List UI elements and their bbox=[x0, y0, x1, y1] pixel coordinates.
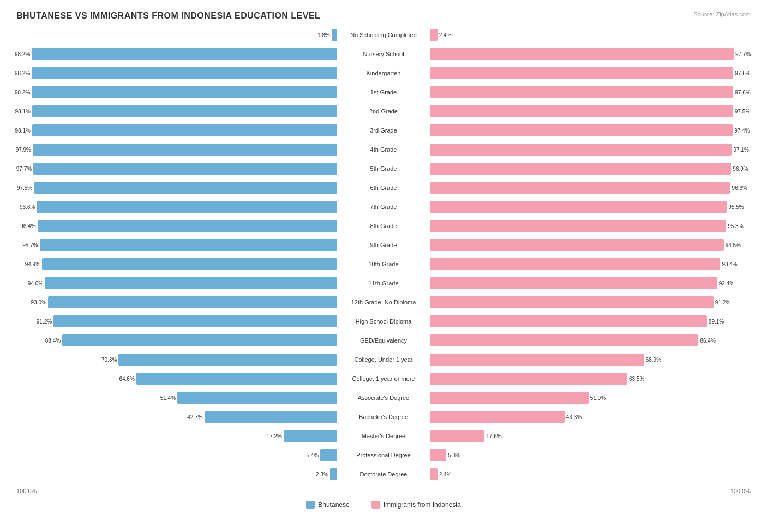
label-13: 11th Grade bbox=[337, 280, 430, 286]
bar-left-17: 70.3% bbox=[118, 354, 337, 366]
bar-right-20: 43.3% bbox=[430, 411, 565, 423]
right-section: 92.4% bbox=[430, 276, 751, 291]
val-left-19: 51.4% bbox=[160, 395, 176, 401]
left-section: 51.4% bbox=[16, 390, 337, 405]
legend-indonesia: Immigrants from Indonesia bbox=[371, 501, 461, 509]
val-left-9: 96.6% bbox=[20, 204, 35, 210]
table-row: 98.1% 3rd Grade 97.4% bbox=[16, 122, 751, 139]
val-left-10: 96.4% bbox=[20, 223, 35, 229]
bar-right-0: 2.4% bbox=[430, 29, 438, 41]
val-left-3: 98.2% bbox=[15, 89, 30, 95]
right-section: 2.4% bbox=[430, 27, 751, 43]
label-21: Master's Degree bbox=[337, 433, 430, 439]
right-section: 63.5% bbox=[430, 371, 751, 386]
left-section: 91.2% bbox=[16, 314, 337, 329]
val-left-14: 93.0% bbox=[31, 300, 46, 306]
val-left-20: 42.7% bbox=[187, 414, 202, 420]
table-row: 70.3% College, Under 1 year 68.9% bbox=[16, 351, 751, 368]
val-left-22: 5.4% bbox=[306, 452, 319, 458]
bar-left-13: 94.0% bbox=[45, 277, 337, 289]
bar-left-15: 91.2% bbox=[53, 315, 337, 327]
bar-right-1: 97.7% bbox=[430, 48, 734, 60]
legend-label-bhutanese: Bhutanese bbox=[318, 501, 349, 509]
left-section: 96.4% bbox=[16, 218, 337, 234]
label-8: 6th Grade bbox=[337, 184, 430, 191]
chart-area: 1.8% No Schooling Completed 2.4% 98.2% N… bbox=[16, 26, 751, 509]
bar-right-12: 93.4% bbox=[430, 258, 720, 270]
table-row: 42.7% Bachelor's Degree 43.3% bbox=[16, 408, 751, 426]
bar-left-1: 98.2% bbox=[32, 48, 337, 60]
label-2: Kindergarten bbox=[337, 70, 430, 76]
table-row: 96.6% 7th Grade 95.5% bbox=[16, 198, 751, 216]
bar-left-20: 42.7% bbox=[205, 411, 337, 423]
val-left-12: 94.9% bbox=[25, 261, 40, 267]
left-section: 88.4% bbox=[16, 333, 337, 348]
label-20: Bachelor's Degree bbox=[337, 414, 430, 420]
left-section: 98.2% bbox=[16, 46, 337, 62]
chart-title: BHUTANESE VS IMMIGRANTS FROM INDONESIA E… bbox=[16, 11, 751, 21]
right-section: 93.4% bbox=[430, 256, 751, 272]
val-right-8: 96.6% bbox=[732, 185, 747, 191]
bar-right-19: 51.0% bbox=[430, 392, 589, 404]
label-1: Nursery School bbox=[337, 51, 430, 57]
val-left-11: 95.7% bbox=[22, 242, 38, 248]
val-right-1: 97.7% bbox=[735, 51, 751, 57]
legend-box-bhutanese bbox=[306, 501, 315, 509]
left-section: 42.7% bbox=[16, 409, 337, 425]
table-row: 5.4% Professional Degree 5.3% bbox=[16, 446, 751, 464]
val-left-6: 97.9% bbox=[16, 147, 31, 153]
table-row: 2.3% Doctorate Degree 2.4% bbox=[16, 465, 751, 483]
bar-right-9: 95.5% bbox=[430, 201, 727, 213]
bar-left-0: 1.8% bbox=[332, 29, 337, 41]
val-left-7: 97.7% bbox=[16, 166, 32, 172]
label-7: 5th Grade bbox=[337, 165, 430, 172]
bar-right-18: 63.5% bbox=[430, 373, 627, 385]
label-10: 8th Grade bbox=[337, 223, 430, 229]
val-right-14: 91.2% bbox=[715, 300, 730, 306]
bar-right-23: 2.4% bbox=[430, 468, 438, 480]
bar-left-9: 96.6% bbox=[37, 201, 337, 213]
legend: Bhutanese Immigrants from Indonesia bbox=[16, 501, 751, 509]
bar-left-16: 88.4% bbox=[62, 334, 337, 346]
val-left-15: 91.2% bbox=[37, 319, 52, 325]
left-section: 98.1% bbox=[16, 104, 337, 119]
val-right-6: 97.1% bbox=[733, 147, 748, 153]
val-left-4: 98.1% bbox=[15, 109, 30, 115]
val-left-16: 88.4% bbox=[45, 338, 61, 344]
val-right-12: 93.4% bbox=[722, 261, 737, 267]
bar-right-2: 97.6% bbox=[430, 67, 733, 79]
left-section: 95.7% bbox=[16, 237, 337, 253]
label-12: 10th Grade bbox=[337, 261, 430, 267]
bar-left-19: 51.4% bbox=[177, 392, 337, 404]
bar-left-6: 97.9% bbox=[33, 144, 337, 156]
bar-right-13: 92.4% bbox=[430, 277, 717, 289]
table-row: 88.4% GED/Equivalency 86.4% bbox=[16, 332, 751, 349]
table-row: 93.0% 12th Grade, No Diploma 91.2% bbox=[16, 294, 751, 311]
left-section: 97.9% bbox=[16, 142, 337, 157]
bar-left-12: 94.9% bbox=[42, 258, 337, 270]
bar-right-14: 91.2% bbox=[430, 296, 714, 308]
left-section: 64.6% bbox=[16, 371, 337, 386]
label-11: 9th Grade bbox=[337, 242, 430, 248]
table-row: 97.7% 5th Grade 96.9% bbox=[16, 160, 751, 177]
bar-left-11: 95.7% bbox=[40, 239, 337, 251]
bar-left-21: 17.2% bbox=[284, 430, 337, 442]
bar-left-10: 96.4% bbox=[38, 220, 337, 232]
table-row: 98.2% Kindergarten 97.6% bbox=[16, 64, 751, 82]
bar-right-3: 97.6% bbox=[430, 86, 733, 98]
bar-right-10: 95.3% bbox=[430, 220, 726, 232]
val-left-8: 97.5% bbox=[17, 185, 32, 191]
axis-labels: 100.0% 100.0% bbox=[16, 488, 751, 494]
table-row: 1.8% No Schooling Completed 2.4% bbox=[16, 26, 751, 44]
table-row: 98.1% 2nd Grade 97.5% bbox=[16, 103, 751, 120]
val-left-18: 64.6% bbox=[119, 376, 134, 382]
val-right-23: 2.4% bbox=[439, 471, 452, 477]
bar-right-6: 97.1% bbox=[430, 144, 732, 156]
right-section: 89.1% bbox=[430, 314, 751, 329]
left-section: 70.3% bbox=[16, 352, 337, 367]
table-row: 98.2% 1st Grade 97.6% bbox=[16, 83, 751, 101]
label-16: GED/Equivalency bbox=[337, 337, 430, 344]
val-right-5: 97.4% bbox=[734, 128, 750, 134]
right-section: 97.7% bbox=[430, 46, 751, 62]
table-row: 17.2% Master's Degree 17.6% bbox=[16, 427, 751, 445]
